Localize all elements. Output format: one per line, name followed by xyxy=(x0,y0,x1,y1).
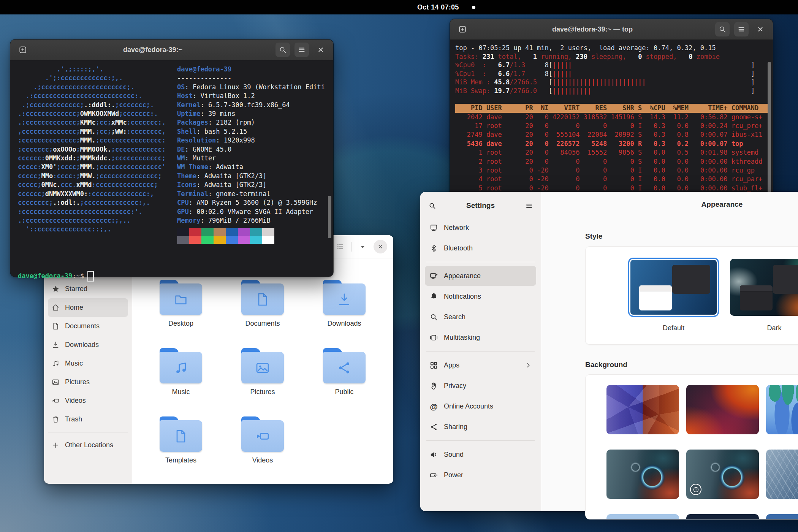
new-tab-button[interactable] xyxy=(16,43,30,57)
background-thumbnail-partial[interactable] xyxy=(606,514,679,519)
sidebar-item-label: Pictures xyxy=(65,378,90,386)
settings-nav-online-accounts[interactable]: @Online Accounts xyxy=(425,396,536,416)
nav-item-label: Network xyxy=(444,224,469,232)
window-title: dave@fedora-39:~ xyxy=(35,46,271,54)
settings-nav-search[interactable]: Search xyxy=(425,307,536,327)
terminal-neofetch-titlebar[interactable]: dave@fedora-39:~ xyxy=(10,40,333,60)
folder-templates[interactable]: Templates xyxy=(152,416,209,464)
chevron-down-icon[interactable] xyxy=(355,239,370,254)
settings-sidebar: Settings NetworkBluetoothAppearanceNotif… xyxy=(420,192,541,511)
scrollbar[interactable] xyxy=(328,196,331,238)
settings-nav-network[interactable]: Network xyxy=(425,218,536,238)
settings-menu-icon[interactable] xyxy=(522,198,536,213)
search-icon[interactable] xyxy=(276,43,290,57)
clock[interactable]: Oct 14 07:05 xyxy=(417,3,459,11)
settings-nav-appearance[interactable]: Appearance xyxy=(425,266,536,286)
style-option-dark[interactable]: Dark xyxy=(730,259,798,332)
style-option-label: Default xyxy=(629,324,718,332)
top-bar: Oct 14 07:05 xyxy=(0,0,798,14)
chevron-right-icon xyxy=(525,362,532,369)
settings-nav-sharing[interactable]: Sharing xyxy=(425,417,536,437)
palette-swatch xyxy=(214,228,226,236)
background-thumbnail-bubble-macro-dark[interactable] xyxy=(686,450,759,499)
files-sidebar-item-home[interactable]: Home xyxy=(48,298,128,317)
background-thumbnail-blue-drips[interactable] xyxy=(766,385,798,434)
panel-title: Appearance xyxy=(541,200,798,209)
background-card xyxy=(585,374,798,519)
divider xyxy=(426,440,535,441)
terminal-window-neofetch: dave@fedora-39:~ .',;::::;,'. .';:cccccc… xyxy=(10,40,333,277)
close-icon[interactable] xyxy=(314,43,328,57)
close-icon[interactable] xyxy=(753,22,768,36)
sound-icon xyxy=(429,450,438,459)
new-tab-button[interactable] xyxy=(455,22,470,36)
menu-icon[interactable] xyxy=(734,22,749,36)
folder-pictures[interactable]: Pictures xyxy=(234,348,291,396)
files-sidebar-item-videos[interactable]: Videos xyxy=(48,391,128,410)
top-process-row: 2749 dave 20 0 555104 22084 20992 S 0.3 … xyxy=(455,130,768,139)
terminal-neofetch-output[interactable]: .',;::::;,'. .';:cccccccccccc:;,. .;cccc… xyxy=(10,60,333,285)
files-sidebar-item-pictures[interactable]: Pictures xyxy=(48,373,128,391)
folder-label: Pictures xyxy=(234,388,291,396)
settings-search-icon[interactable] xyxy=(425,198,439,213)
files-sidebar-item-music[interactable]: Music xyxy=(48,354,128,373)
nav-item-label: Apps xyxy=(444,361,459,369)
palette-swatch xyxy=(177,236,189,244)
close-icon[interactable] xyxy=(374,240,387,253)
share-icon xyxy=(429,423,438,431)
nav-item-label: Privacy xyxy=(444,382,466,390)
download-emblem-icon xyxy=(323,283,366,315)
folder-public[interactable]: Public xyxy=(316,348,373,396)
style-section-label: Style xyxy=(585,232,602,241)
folder-music[interactable]: Music xyxy=(152,348,209,396)
terminal-top-titlebar[interactable]: dave@fedora-39:~ — top xyxy=(450,19,773,40)
video-emblem-icon xyxy=(241,420,284,452)
files-grid: DesktopDocumentsDownloadsMusicPicturesPu… xyxy=(132,258,393,484)
background-thumbnail-mosaic-blue-red[interactable] xyxy=(606,385,679,434)
divider xyxy=(351,242,352,252)
notification-dot xyxy=(472,6,475,9)
sidebar-item-label: Music xyxy=(65,359,83,367)
sidebar-item-label: Home xyxy=(65,304,83,312)
list-view-icon[interactable] xyxy=(333,239,347,254)
files-sidebar-item-other-locations[interactable]: Other Locations xyxy=(48,436,128,454)
settings-nav-apps[interactable]: Apps xyxy=(425,355,536,375)
background-thumbnail-bubble-macro-light[interactable] xyxy=(606,450,679,499)
terminal-top-output[interactable]: top - 07:05:25 up 41 min, 2 users, load … xyxy=(450,40,773,196)
top-process-row: 5436 dave 20 0 226572 5248 3200 R 0.3 0.… xyxy=(455,139,768,148)
download-icon xyxy=(52,341,60,349)
settings-nav-privacy[interactable]: Privacy xyxy=(425,376,536,396)
home-icon xyxy=(52,304,60,312)
search-icon[interactable] xyxy=(715,22,730,36)
folder-desktop[interactable]: Desktop xyxy=(152,280,209,328)
sidebar-item-label: Videos xyxy=(65,397,86,405)
settings-nav-sound[interactable]: Sound xyxy=(425,445,536,464)
folder-videos[interactable]: Videos xyxy=(234,416,291,464)
background-thumbnail-frost-leaves[interactable] xyxy=(766,450,798,499)
settings-nav-power[interactable]: Power xyxy=(425,465,536,485)
top-process-row: 1 root 20 0 84056 15552 9856 S 0.0 0.5 0… xyxy=(455,148,768,157)
settings-nav-multitasking[interactable]: Multitasking xyxy=(425,328,536,347)
sidebar-item-label: Starred xyxy=(65,285,87,293)
files-sidebar-item-trash[interactable]: Trash xyxy=(48,410,128,429)
sidebar-item-label: Trash xyxy=(65,415,82,423)
settings-window: Settings NetworkBluetoothAppearanceNotif… xyxy=(420,192,798,511)
top-process-row: 17 root 20 0 0 0 0 I 0.3 0.0 0:00.24 rcu… xyxy=(455,122,768,130)
privacy-icon xyxy=(429,382,438,390)
auto-wallpaper-clock-badge xyxy=(690,484,701,495)
palette-swatch xyxy=(189,236,201,244)
palette-swatch xyxy=(262,228,274,236)
files-sidebar-item-downloads[interactable]: Downloads xyxy=(48,336,128,354)
folder-downloads[interactable]: Downloads xyxy=(316,280,373,328)
folder-documents[interactable]: Documents xyxy=(234,280,291,328)
settings-nav-notifications[interactable]: Notifications xyxy=(425,287,536,306)
background-thumbnail-dark-red-waves[interactable] xyxy=(686,385,759,434)
palette-swatch xyxy=(177,228,189,236)
style-option-default[interactable]: Default xyxy=(629,259,718,332)
menu-icon[interactable] xyxy=(294,43,309,57)
background-thumbnail-partial[interactable] xyxy=(766,514,798,519)
divider xyxy=(426,351,535,352)
settings-nav-bluetooth[interactable]: Bluetooth xyxy=(425,238,536,258)
background-thumbnail-partial[interactable] xyxy=(686,514,759,519)
files-sidebar-item-documents[interactable]: Documents xyxy=(48,317,128,336)
